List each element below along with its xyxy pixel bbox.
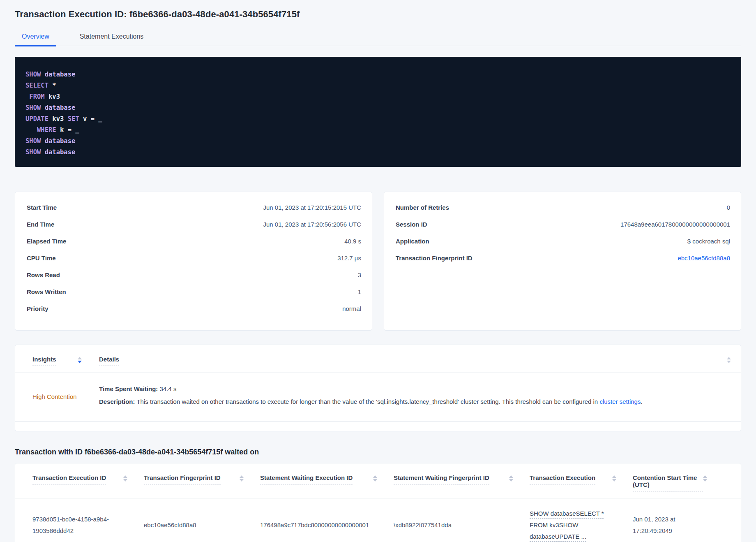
sort-arrow-up-icon (727, 357, 731, 359)
priority-label: Priority (27, 305, 48, 312)
rows-written-label: Rows Written (27, 288, 66, 295)
sql-line: UPDATE kv3 SET v = _ (25, 113, 730, 125)
rows-read-value: 3 (358, 271, 361, 278)
time-spent-waiting-value: 34.4 s (160, 385, 177, 392)
kv-row-priority: Priority normal (27, 305, 361, 322)
end-time-label: End Time (27, 221, 54, 228)
kv-row-session-id: Session ID 17648a9eea6017800000000000000… (396, 221, 730, 238)
sql-statements-box: SHOW databaseSELECT * FROM kv3SHOW datab… (15, 57, 741, 167)
kv-row-application: Application $ cockroach sql (396, 238, 730, 255)
sort-arrow-down-icon (78, 361, 82, 363)
insights-column-label[interactable]: Insights (32, 356, 56, 366)
cpu-time-value: 312.7 µs (337, 255, 361, 262)
tab-bar: Overview Statement Executions (15, 33, 741, 46)
sort-icon[interactable] (509, 475, 513, 482)
sql-line: SHOW database (25, 136, 730, 147)
kv-row-rows-written: Rows Written 1 (27, 288, 361, 305)
txn-fingerprint-label: Transaction Fingerprint ID (396, 255, 472, 262)
col-header-statement-waiting-execution-id[interactable]: Statement Waiting Execution ID (260, 474, 394, 491)
waited-on-table-card: Transaction Execution ID Transaction Fin… (15, 463, 741, 542)
sort-icon-insights[interactable] (78, 357, 82, 366)
cell-contention-start-time: Jun 01, 2023 at 17:20:49:2049 (633, 514, 724, 537)
sql-line: SHOW database (25, 102, 730, 113)
retries-label: Number of Retries (396, 204, 449, 211)
insights-column-header[interactable]: Insights (32, 356, 99, 366)
sort-arrow-down-icon (612, 479, 616, 482)
details-column-header[interactable]: Details (99, 356, 119, 363)
kv-row-rows-read: Rows Read 3 (27, 271, 361, 288)
col-header-statement-waiting-fingerprint-id[interactable]: Statement Waiting Fingerprint ID (394, 474, 530, 491)
application-label: Application (396, 238, 429, 245)
sort-arrow-up-icon (373, 475, 377, 478)
session-id-label: Session ID (396, 221, 427, 228)
sort-icon-header-right[interactable] (727, 357, 731, 363)
sort-arrow-down-icon (703, 479, 707, 482)
application-value: $ cockroach sql (687, 238, 730, 245)
rows-read-label: Rows Read (27, 271, 60, 278)
sql-line: SHOW database (25, 69, 730, 80)
insight-type-label: High Contention (32, 393, 99, 400)
sort-icon[interactable] (123, 475, 127, 482)
cell-transaction-execution: SHOW databaseSELECT * FROM kv3SHOW datab… (530, 508, 633, 542)
waited-on-heading: Transaction with ID f6be6366-da03-48de-a… (15, 448, 741, 456)
sort-arrow-up-icon (240, 475, 244, 478)
sort-arrow-up-icon (612, 475, 616, 478)
tab-overview[interactable]: Overview (15, 33, 56, 46)
kv-row-cpu-time: CPU Time 312.7 µs (27, 255, 361, 271)
txn-fingerprint-link[interactable]: ebc10ae56cfd88a8 (678, 255, 730, 262)
sort-icon[interactable] (612, 475, 616, 482)
sql-line: FROM kv3 (25, 91, 730, 102)
sort-arrow-up-icon (123, 475, 127, 478)
sort-icon[interactable] (373, 475, 377, 482)
cell-transaction-execution-id: 9738d051-bc0e-4158-a9b4-1903586ddd42 (32, 514, 144, 537)
sql-code: SHOW databaseSELECT * FROM kv3SHOW datab… (25, 69, 730, 158)
waited-on-table-row: 9738d051-bc0e-4158-a9b4-1903586ddd42 ebc… (15, 498, 741, 542)
description-line: Description: This transaction waited on … (99, 396, 643, 407)
col-label[interactable]: Transaction Fingerprint ID (144, 474, 221, 484)
sort-arrow-up-icon (509, 475, 513, 478)
col-header-transaction-fingerprint-id[interactable]: Transaction Fingerprint ID (144, 474, 260, 491)
rows-written-value: 1 (358, 288, 361, 295)
cluster-settings-link[interactable]: cluster settings (599, 398, 641, 405)
sort-arrow-down-icon (123, 479, 127, 482)
sql-line: SHOW database (25, 147, 730, 158)
sort-icon[interactable] (703, 475, 707, 482)
sort-arrow-down-icon (240, 479, 244, 482)
summary-card-right: Number of Retries 0 Session ID 17648a9ee… (384, 192, 741, 331)
sort-arrow-down-icon (373, 479, 377, 482)
details-column-label[interactable]: Details (99, 356, 119, 366)
tab-statement-executions[interactable]: Statement Executions (80, 33, 144, 46)
kv-row-end-time: End Time Jun 01, 2023 at 17:20:56:2056 U… (27, 221, 361, 238)
cell-transaction-fingerprint-id: ebc10ae56cfd88a8 (144, 519, 260, 531)
col-label[interactable]: Statement Waiting Fingerprint ID (394, 474, 489, 484)
col-label[interactable]: Contention Start Time (UTC) (633, 474, 703, 491)
transaction-execution-link[interactable]: SHOW databaseSELECT * FROM kv3SHOW datab… (530, 510, 604, 540)
sort-arrow-up-icon (703, 475, 707, 478)
kv-row-retries: Number of Retries 0 (396, 204, 730, 221)
page-title: Transaction Execution ID: f6be6366-da03-… (15, 9, 741, 20)
kv-row-txn-fingerprint: Transaction Fingerprint ID ebc10ae56cfd8… (396, 255, 730, 271)
description-period: . (641, 398, 642, 405)
description-label: Description: (99, 398, 135, 405)
col-label[interactable]: Transaction Execution (530, 474, 595, 484)
sort-icon[interactable] (240, 475, 244, 482)
col-label[interactable]: Transaction Execution ID (32, 474, 106, 484)
sql-line: WHERE k = _ (25, 125, 730, 136)
waited-on-table-header: Transaction Execution ID Transaction Fin… (15, 474, 741, 498)
col-header-contention-start-time[interactable]: Contention Start Time (UTC) (633, 474, 724, 491)
end-time-value: Jun 01, 2023 at 17:20:56:2056 UTC (263, 221, 361, 228)
kv-row-start-time: Start Time Jun 01, 2023 at 17:20:15:2015… (27, 204, 361, 221)
col-label[interactable]: Statement Waiting Execution ID (260, 474, 353, 484)
time-spent-waiting-line: Time Spent Waiting: 34.4 s (99, 384, 643, 394)
page-container: Transaction Execution ID: f6be6366-da03-… (0, 0, 756, 542)
summary-cards-row: Start Time Jun 01, 2023 at 17:20:15:2015… (15, 192, 741, 331)
cell-statement-waiting-execution-id: 176498a9c717bdc80000000000000001 (260, 519, 394, 531)
sort-arrow-down-icon (509, 479, 513, 482)
col-header-transaction-execution-id[interactable]: Transaction Execution ID (32, 474, 144, 491)
sql-line: SELECT * (25, 80, 730, 91)
insights-table-header: Insights Details (15, 356, 741, 373)
col-header-transaction-execution[interactable]: Transaction Execution (530, 474, 633, 491)
session-id-value: 17648a9eea6017800000000000000001 (620, 221, 730, 228)
elapsed-time-value: 40.9 s (344, 238, 361, 245)
sort-arrow-up-icon (78, 357, 82, 359)
